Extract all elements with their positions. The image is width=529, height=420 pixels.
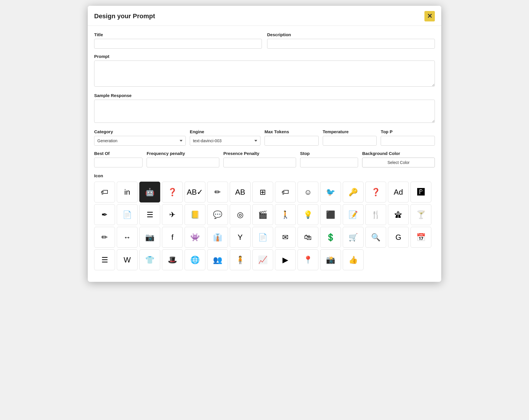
parking-icon[interactable]: 🅿: [411, 182, 431, 202]
bg-color-label: Background Color: [362, 151, 435, 156]
best-of-input[interactable]: [94, 158, 143, 167]
edit-icon[interactable]: ✏: [207, 182, 228, 202]
thumbsup-icon[interactable]: 👍: [343, 249, 364, 270]
icon-grid: 🏷in🤖❓AB✓✏AB⊞🏷☺🐦🔑❓Ad🅿✒📄☰✈📒💬◎🎬🚶💡⬛📝🍴🛣🍸✏↔📷f👾…: [94, 182, 435, 270]
sample-response-label: Sample Response: [94, 93, 435, 98]
ad-icon[interactable]: Ad: [388, 182, 409, 202]
reddit-icon[interactable]: 👾: [185, 227, 205, 248]
modal-header: Design your Prompt ✕: [88, 6, 441, 26]
stop-input[interactable]: [300, 158, 358, 167]
utensils-icon[interactable]: 🍴: [365, 204, 386, 225]
sample-response-field: Sample Response: [94, 93, 435, 124]
grid-icon[interactable]: ⊞: [252, 182, 273, 202]
temperature-input[interactable]: [323, 136, 377, 146]
square-icon[interactable]: ⬛: [320, 204, 341, 225]
wikipedia-icon[interactable]: W: [117, 249, 138, 270]
shirt-icon[interactable]: 👕: [139, 249, 160, 270]
category-select[interactable]: Generation Summarization Classification …: [94, 136, 186, 146]
top-p-label: Top P: [381, 129, 435, 134]
icon-section-label: Icon: [94, 173, 435, 178]
person2-icon[interactable]: 🧍: [230, 249, 251, 270]
bg-color-field: Background Color Select Color: [362, 151, 435, 167]
presence-penalty-input[interactable]: [223, 158, 296, 167]
hat-icon[interactable]: 🎩: [162, 249, 183, 270]
engine-select[interactable]: text-davinci-003 text-davinci-002 text-c…: [190, 136, 260, 146]
max-tokens-label: Max Tokens: [264, 129, 319, 134]
pen-icon[interactable]: ✒: [94, 204, 115, 225]
pencil-icon[interactable]: ✏: [94, 227, 115, 248]
params-row-2: Best Of Frequency penalty Presence Penal…: [94, 151, 435, 167]
modal-container: Design your Prompt ✕ Title Description P…: [88, 6, 441, 282]
label-icon[interactable]: 🏷: [275, 182, 296, 202]
description-label: Description: [267, 32, 435, 37]
key-icon[interactable]: 🔑: [343, 182, 364, 202]
bulb-icon[interactable]: 💡: [298, 204, 318, 225]
question2-icon[interactable]: ❓: [365, 182, 386, 202]
search-dollar-icon[interactable]: 🔍: [365, 227, 386, 248]
calendar-icon[interactable]: 📅: [411, 227, 431, 248]
modal-title: Design your Prompt: [94, 12, 155, 20]
pin-icon[interactable]: 📍: [298, 249, 318, 270]
tag-icon[interactable]: 🏷: [94, 182, 115, 202]
user-tie-icon[interactable]: 👔: [207, 227, 228, 248]
icon-section: Icon 🏷in🤖❓AB✓✏AB⊞🏷☺🐦🔑❓Ad🅿✒📄☰✈📒💬◎🎬🚶💡⬛📝🍴🛣🍸…: [94, 173, 435, 270]
description-input[interactable]: [267, 39, 435, 49]
category-label: Category: [94, 129, 186, 134]
engine-field: Engine text-davinci-003 text-davinci-002…: [190, 129, 260, 146]
best-of-label: Best Of: [94, 151, 143, 156]
ab-check-icon[interactable]: AB✓: [185, 182, 205, 202]
chart-icon[interactable]: 📈: [252, 249, 273, 270]
temperature-field: Temperature: [323, 129, 377, 146]
select-color-button[interactable]: Select Color: [362, 158, 435, 167]
top-p-input[interactable]: [381, 136, 435, 146]
file-x-icon[interactable]: 📄: [117, 204, 138, 225]
google-icon[interactable]: G: [388, 227, 409, 248]
speech-icon[interactable]: 💬: [207, 204, 228, 225]
instagram-icon[interactable]: 📷: [139, 227, 160, 248]
address-book-icon[interactable]: 📒: [185, 204, 205, 225]
twitter-icon[interactable]: 🐦: [320, 182, 341, 202]
max-tokens-input[interactable]: [264, 136, 319, 146]
y-icon[interactable]: Y: [230, 227, 251, 248]
road-icon[interactable]: 🛣: [388, 204, 409, 225]
title-label: Title: [94, 32, 262, 37]
title-input[interactable]: [94, 39, 262, 49]
person-icon[interactable]: 🚶: [275, 204, 296, 225]
envelope-icon[interactable]: ✉: [275, 227, 296, 248]
prompt-field: Prompt: [94, 54, 435, 88]
camera-icon[interactable]: 📸: [320, 249, 341, 270]
list2-icon[interactable]: ☰: [94, 249, 115, 270]
circle-icon[interactable]: ◎: [230, 204, 251, 225]
people-arrows-icon[interactable]: ↔: [117, 227, 138, 248]
robot-icon[interactable]: 🤖: [139, 182, 160, 202]
prompt-textarea[interactable]: [94, 61, 435, 87]
group-icon[interactable]: 👥: [207, 249, 228, 270]
top-p-field: Top P: [381, 129, 435, 146]
stop-field: Stop: [300, 151, 358, 167]
temperature-label: Temperature: [323, 129, 377, 134]
frequency-penalty-label: Frequency penalty: [147, 151, 219, 156]
engine-label: Engine: [190, 129, 260, 134]
globe-icon[interactable]: 🌐: [185, 249, 205, 270]
facebook-icon[interactable]: f: [162, 227, 183, 248]
cart-icon[interactable]: 🛒: [343, 227, 364, 248]
linkedin-icon[interactable]: in: [117, 182, 138, 202]
shopping-bag-icon[interactable]: 🛍: [298, 227, 318, 248]
category-field: Category Generation Summarization Classi…: [94, 129, 186, 146]
ab-box-icon[interactable]: AB: [230, 182, 251, 202]
plane-icon[interactable]: ✈: [162, 204, 183, 225]
best-of-field: Best Of: [94, 151, 143, 167]
blog-icon[interactable]: 📝: [343, 204, 364, 225]
cocktail-icon[interactable]: 🍸: [411, 204, 431, 225]
question-icon[interactable]: ❓: [162, 182, 183, 202]
file-alt-icon[interactable]: 📄: [252, 227, 273, 248]
params-row-1: Category Generation Summarization Classi…: [94, 129, 435, 146]
sample-response-textarea[interactable]: [94, 100, 435, 123]
list-icon[interactable]: ☰: [139, 204, 160, 225]
smile-icon[interactable]: ☺: [298, 182, 318, 202]
close-button[interactable]: ✕: [424, 11, 435, 21]
play-icon[interactable]: ▶: [275, 249, 296, 270]
video-icon[interactable]: 🎬: [252, 204, 273, 225]
frequency-penalty-input[interactable]: [147, 158, 219, 167]
dollar-icon[interactable]: 💲: [320, 227, 341, 248]
